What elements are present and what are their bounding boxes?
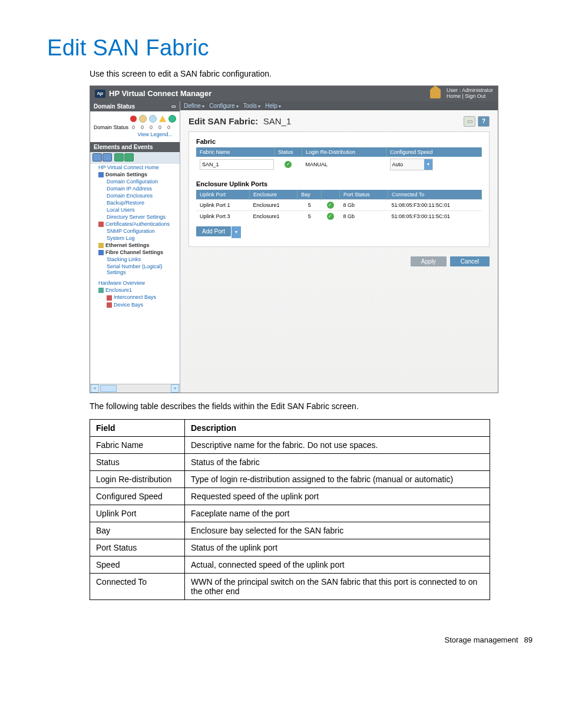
main-heading-prefix: Edit SAN Fabric:: [189, 116, 258, 126]
fields-description-table: Field Description Fabric NameDescriptive…: [90, 419, 490, 600]
menu-configure[interactable]: Configure: [209, 103, 239, 109]
chevron-down-icon[interactable]: ▾: [424, 159, 432, 170]
col-configured-speed: Configured Speed: [386, 147, 482, 157]
status-info-icon: [149, 115, 157, 123]
scroll-left-icon[interactable]: <: [91, 384, 99, 393]
nav-domain-config[interactable]: Domain Configuration: [90, 178, 180, 185]
nav-domain-settings[interactable]: Domain Settings: [90, 171, 180, 178]
page-footer: Storage management 89: [90, 635, 533, 644]
nav-system-log[interactable]: System Log: [90, 235, 180, 242]
help-icon[interactable]: ?: [478, 116, 490, 127]
add-port-dropdown-icon[interactable]: ▾: [232, 226, 241, 238]
nav-interconnect-bays[interactable]: Interconnect Bays: [90, 294, 180, 301]
menubar: Define Configure Tools Help: [180, 101, 498, 110]
nav-home[interactable]: HP Virtual Connect Home: [90, 164, 180, 171]
port-status-ok-icon: ✓: [327, 202, 334, 209]
nav-enclosure1[interactable]: Enclosure1: [90, 286, 180, 294]
header-links[interactable]: Home | Sign Out: [447, 93, 485, 99]
uplink-section-label: Enclosure Uplink Ports: [196, 180, 482, 187]
fabric-panel: Fabric Fabric Name Status Login Re-Distr…: [189, 131, 490, 247]
uplink-table: Uplink Port Enclosure Bay Port Status Co…: [196, 190, 482, 222]
view-legend-link[interactable]: View Legend...: [94, 130, 176, 139]
nav-snmp[interactable]: SNMP Configuration: [90, 228, 180, 235]
status-ok-icon: [168, 115, 176, 123]
scroll-right-icon[interactable]: >: [171, 384, 179, 393]
nav-domain-enclosures[interactable]: Domain Enclosures: [90, 192, 180, 199]
nav-local-users[interactable]: Local Users: [90, 206, 180, 213]
menu-define[interactable]: Define: [184, 103, 204, 109]
menu-help[interactable]: Help: [265, 103, 281, 109]
print-icon[interactable]: ▭: [464, 116, 475, 127]
collapse-icon[interactable]: ▭: [171, 104, 176, 109]
domain-status-label: Domain Status: [94, 124, 128, 130]
col-status: Status: [275, 147, 302, 157]
page-title: Edit SAN Fabric: [47, 35, 515, 61]
col-login-redist: Login Re-Distribution: [302, 147, 386, 157]
home-icon[interactable]: [430, 89, 441, 98]
nav-directory-server[interactable]: Directory Server Settings: [90, 213, 180, 220]
apply-button[interactable]: Apply: [411, 256, 447, 266]
main-heading-name: SAN_1: [263, 116, 292, 126]
menu-tools[interactable]: Tools: [243, 103, 261, 109]
nav-hardware-overview[interactable]: Hardware Overview: [90, 279, 180, 286]
table-intro: The following table describes the fields…: [90, 401, 515, 411]
nav-certificates[interactable]: Certificates/Authentications: [90, 220, 180, 228]
app-titlebar: hp HP Virtual Connect Manager User : Adm…: [90, 86, 498, 101]
fabric-status-ok-icon: ✓: [285, 161, 292, 168]
nav-domain-ip[interactable]: Domain IP Address: [90, 185, 180, 192]
nav-ethernet[interactable]: Ethernet Settings: [90, 242, 180, 249]
nav-device-bays[interactable]: Device Bays: [90, 301, 180, 308]
fabric-name-input[interactable]: [200, 159, 274, 170]
uplink-row: Uplink Port 3 Enclosure1 5 ✓ 8 Gb 51:08:…: [196, 210, 482, 222]
intro-text: Use this screen to edit a SAN fabric con…: [47, 69, 515, 78]
domain-status-header: Domain Status ▭: [90, 101, 180, 111]
sidebar-scrollbar[interactable]: < >: [90, 384, 180, 393]
nav-fibre-channel[interactable]: Fibre Channel Settings: [90, 249, 180, 256]
fabric-login-value: MANUAL: [302, 157, 386, 172]
status-error-icon: [130, 116, 137, 122]
elements-events-header: Elements and Events: [90, 142, 180, 152]
nav-backup-restore[interactable]: Backup/Restore: [90, 199, 180, 206]
screenshot-panel: hp HP Virtual Connect Manager User : Adm…: [90, 85, 498, 393]
status-warning-icon: [159, 116, 166, 122]
fabric-section-label: Fabric: [196, 138, 482, 145]
fabric-table: Fabric Name Status Login Re-Distribution…: [196, 147, 482, 172]
nav-stacking-links[interactable]: Stacking Links: [90, 256, 180, 263]
col-fabric-name: Fabric Name: [196, 147, 275, 157]
hp-logo-icon: hp: [95, 90, 105, 98]
uplink-row: Uplink Port 1 Enclosure1 5 ✓ 8 Gb 51:08:…: [196, 199, 482, 210]
user-label: User : Administrator: [447, 87, 493, 93]
status-degraded-icon: [139, 115, 147, 123]
cancel-button[interactable]: Cancel: [450, 256, 490, 266]
app-title: HP Virtual Connect Manager: [109, 89, 211, 98]
configured-speed-select[interactable]: Auto ▾: [390, 159, 433, 170]
port-status-ok-icon: ✓: [327, 213, 334, 220]
nav-serial-number[interactable]: Serial Number (Logical) Settings: [90, 263, 180, 276]
sidebar: Domain Status ▭ Domain Status 0: [90, 101, 180, 393]
add-port-button[interactable]: Add Port: [196, 226, 231, 236]
